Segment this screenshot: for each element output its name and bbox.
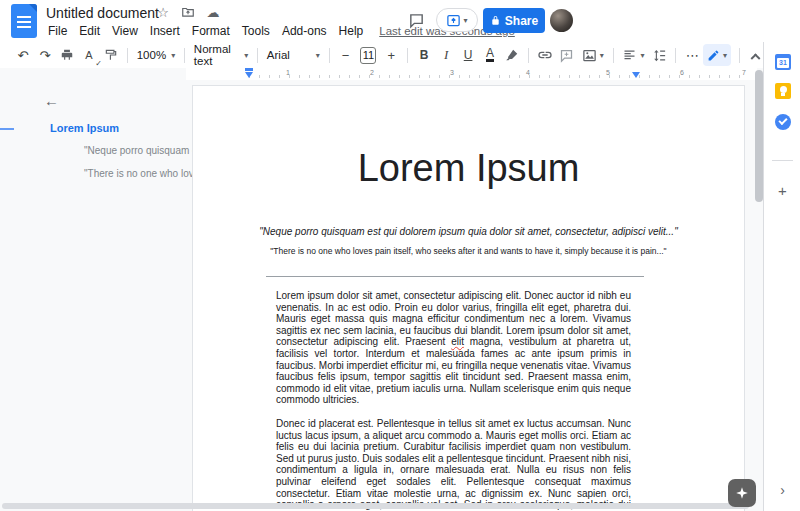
menu-addons[interactable]: Add-ons [276, 23, 333, 39]
menu-view[interactable]: View [106, 23, 144, 39]
zoom-select[interactable]: 100%▾ [133, 49, 179, 61]
star-icon[interactable]: ☆ [155, 4, 171, 20]
open-comments-button[interactable] [408, 12, 426, 30]
editing-mode-button[interactable]: ▾ [703, 44, 731, 66]
menu-format[interactable]: Format [186, 23, 236, 39]
formatting-toolbar: ↶ ↷ A✓ 100%▾ Normal text▾ Arial▾ − 11 + … [0, 42, 763, 68]
horizontal-rule [266, 276, 644, 277]
quote-small: "There is no one who loves pain itself, … [193, 246, 744, 256]
highlight-color-button[interactable] [501, 44, 523, 66]
right-margin-marker[interactable] [632, 72, 640, 78]
add-comment-button[interactable] [556, 44, 578, 66]
horizontal-scrollbar[interactable] [2, 503, 749, 509]
side-panel: 31 + › [763, 42, 800, 511]
present-to-meeting-button[interactable]: ▾ [436, 8, 478, 32]
document-outline-panel: ← Lorem Ipsum "Neque porro quisquam est … [0, 68, 190, 511]
share-button-label: Share [505, 14, 538, 28]
menu-help[interactable]: Help [333, 23, 370, 39]
insert-image-button[interactable]: ▾ [578, 44, 608, 66]
cloud-status-icon[interactable]: ☁ [205, 4, 221, 20]
underline-button[interactable]: U [457, 44, 479, 66]
print-button[interactable] [56, 44, 78, 66]
line-spacing-button[interactable] [648, 44, 670, 66]
font-size-input[interactable]: 11 [360, 47, 376, 64]
decrease-font-size-button[interactable]: − [334, 44, 356, 66]
text-color-button[interactable]: A [479, 44, 501, 66]
vertical-scrollbar[interactable] [755, 70, 763, 202]
side-panel-divider [772, 160, 793, 161]
menu-edit[interactable]: Edit [73, 23, 106, 39]
share-button[interactable]: Share [483, 8, 545, 33]
horizontal-ruler: 1 2 3 4 5 6 7 [186, 68, 757, 80]
document-title-input[interactable]: Untitled document [46, 5, 159, 21]
explore-button[interactable] [728, 479, 756, 507]
indent-marker[interactable] [245, 68, 253, 71]
align-button[interactable]: ▾ [618, 44, 648, 66]
outline-heading-link[interactable]: Lorem Ipsum [50, 122, 119, 134]
paragraph-style-select[interactable]: Normal text▾ [190, 43, 252, 67]
calendar-icon[interactable]: 31 [775, 54, 791, 70]
align-caret-icon: ▾ [640, 51, 644, 60]
lock-icon [490, 15, 501, 26]
google-docs-app: Untitled document ☆ ☁ File Edit View Ins… [0, 0, 800, 511]
undo-button[interactable]: ↶ [12, 44, 34, 66]
redo-button[interactable]: ↷ [34, 44, 56, 66]
paragraph-1: Lorem ipsum dolor sit amet, consectetur … [276, 290, 631, 406]
account-avatar[interactable] [550, 9, 573, 32]
pencil-icon [707, 49, 720, 62]
paint-format-button[interactable] [100, 44, 122, 66]
menu-tools[interactable]: Tools [236, 23, 276, 39]
document-heading: Lorem Ipsum [193, 146, 744, 190]
ruler-ticks [249, 75, 749, 78]
hide-menus-button[interactable] [748, 44, 763, 66]
close-outline-button[interactable]: ← [44, 92, 59, 109]
spellcheck-button[interactable]: A✓ [78, 44, 100, 66]
outline-active-marker [0, 128, 14, 130]
left-margin-marker[interactable] [245, 72, 253, 78]
insert-image-caret-icon: ▾ [600, 51, 604, 60]
hide-side-panel-button[interactable]: › [764, 482, 800, 498]
document-page[interactable]: Lorem Ipsum "Neque porro quisquam est qu… [192, 85, 745, 511]
docs-logo-icon[interactable] [11, 4, 37, 38]
paragraph-2: Donec id placerat est. Pellentesque in t… [276, 418, 631, 511]
menu-file[interactable]: File [42, 23, 73, 39]
menu-insert[interactable]: Insert [144, 23, 186, 39]
quote-italic: "Neque porro quisquam est qui dolorem ip… [193, 226, 744, 237]
italic-button[interactable]: I [435, 44, 457, 66]
font-select[interactable]: Arial▾ [263, 49, 324, 61]
present-caret-icon: ▾ [463, 16, 467, 25]
explore-star-icon [735, 486, 749, 500]
insert-link-button[interactable] [534, 44, 556, 66]
editing-mode-caret-icon: ▾ [723, 51, 727, 60]
move-folder-icon[interactable] [180, 4, 196, 20]
keep-icon[interactable] [775, 83, 791, 99]
top-bar: Untitled document ☆ ☁ File Edit View Ins… [0, 0, 800, 42]
misspelled-word: elit [451, 336, 464, 347]
bold-button[interactable]: B [413, 44, 435, 66]
increase-font-size-button[interactable]: + [380, 44, 402, 66]
get-addons-button[interactable]: + [764, 182, 800, 199]
tasks-icon[interactable] [775, 114, 791, 130]
more-toolbar-options-button[interactable]: ⋯ [681, 44, 703, 66]
